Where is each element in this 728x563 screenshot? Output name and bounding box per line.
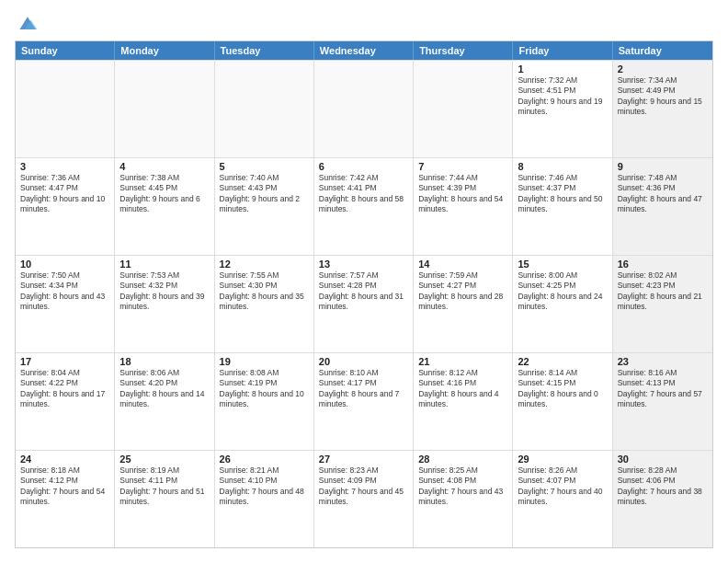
day-info: Sunrise: 7:50 AM Sunset: 4:34 PM Dayligh… — [20, 270, 109, 313]
day-cell-8: 8Sunrise: 7:46 AM Sunset: 4:37 PM Daylig… — [513, 158, 612, 255]
calendar-header: SundayMondayTuesdayWednesdayThursdayFrid… — [16, 41, 712, 60]
day-number: 3 — [20, 161, 109, 172]
header-sunday: Sunday — [16, 41, 115, 60]
logo-icon — [17, 15, 39, 33]
day-cell-23: 23Sunrise: 8:16 AM Sunset: 4:13 PM Dayli… — [613, 353, 712, 450]
day-cell-30: 30Sunrise: 8:28 AM Sunset: 4:06 PM Dayli… — [613, 451, 712, 547]
day-cell-20: 20Sunrise: 8:10 AM Sunset: 4:17 PM Dayli… — [314, 353, 414, 450]
day-cell-15: 15Sunrise: 8:00 AM Sunset: 4:25 PM Dayli… — [513, 256, 612, 352]
day-cell-1: 1Sunrise: 7:32 AM Sunset: 4:51 PM Daylig… — [513, 61, 612, 157]
day-number: 5 — [220, 161, 309, 172]
day-info: Sunrise: 7:40 AM Sunset: 4:43 PM Dayligh… — [220, 173, 309, 215]
header — [15, 15, 713, 33]
day-cell-5: 5Sunrise: 7:40 AM Sunset: 4:43 PM Daylig… — [215, 158, 314, 255]
day-number: 10 — [20, 259, 109, 270]
day-number: 12 — [220, 259, 309, 270]
day-info: Sunrise: 8:04 AM Sunset: 4:22 PM Dayligh… — [20, 368, 109, 410]
page: SundayMondayTuesdayWednesdayThursdayFrid… — [0, 0, 728, 563]
day-cell-13: 13Sunrise: 7:57 AM Sunset: 4:28 PM Dayli… — [314, 256, 414, 352]
day-number: 24 — [20, 454, 109, 465]
day-info: Sunrise: 7:53 AM Sunset: 4:32 PM Dayligh… — [119, 270, 209, 313]
day-number: 20 — [319, 356, 408, 367]
calendar: SundayMondayTuesdayWednesdayThursdayFrid… — [15, 40, 713, 548]
empty-cell — [115, 61, 214, 157]
day-number: 30 — [618, 454, 708, 465]
day-number: 15 — [518, 259, 607, 270]
day-info: Sunrise: 8:00 AM Sunset: 4:25 PM Dayligh… — [518, 270, 607, 313]
calendar-row-3: 17Sunrise: 8:04 AM Sunset: 4:22 PM Dayli… — [16, 352, 712, 450]
day-number: 17 — [20, 356, 109, 367]
day-cell-24: 24Sunrise: 8:18 AM Sunset: 4:12 PM Dayli… — [16, 451, 115, 547]
header-saturday: Saturday — [613, 41, 712, 60]
day-cell-14: 14Sunrise: 7:59 AM Sunset: 4:27 PM Dayli… — [414, 256, 513, 352]
day-number: 4 — [119, 161, 209, 172]
day-number: 16 — [618, 259, 708, 270]
day-cell-3: 3Sunrise: 7:36 AM Sunset: 4:47 PM Daylig… — [16, 158, 115, 255]
day-info: Sunrise: 8:08 AM Sunset: 4:19 PM Dayligh… — [220, 368, 309, 410]
calendar-row-4: 24Sunrise: 8:18 AM Sunset: 4:12 PM Dayli… — [16, 450, 712, 547]
day-info: Sunrise: 7:38 AM Sunset: 4:45 PM Dayligh… — [119, 173, 209, 215]
day-cell-4: 4Sunrise: 7:38 AM Sunset: 4:45 PM Daylig… — [115, 158, 214, 255]
day-cell-27: 27Sunrise: 8:23 AM Sunset: 4:09 PM Dayli… — [314, 451, 414, 547]
header-monday: Monday — [115, 41, 214, 60]
day-number: 18 — [119, 356, 209, 367]
day-cell-7: 7Sunrise: 7:44 AM Sunset: 4:39 PM Daylig… — [414, 158, 513, 255]
day-info: Sunrise: 8:25 AM Sunset: 4:08 PM Dayligh… — [418, 465, 507, 508]
day-number: 8 — [518, 161, 607, 172]
day-number: 11 — [119, 259, 209, 270]
day-info: Sunrise: 8:21 AM Sunset: 4:10 PM Dayligh… — [220, 465, 309, 508]
day-number: 13 — [319, 259, 408, 270]
day-cell-28: 28Sunrise: 8:25 AM Sunset: 4:08 PM Dayli… — [414, 451, 513, 547]
day-number: 7 — [418, 161, 507, 172]
day-info: Sunrise: 7:55 AM Sunset: 4:30 PM Dayligh… — [220, 270, 309, 313]
day-cell-16: 16Sunrise: 8:02 AM Sunset: 4:23 PM Dayli… — [613, 256, 712, 352]
day-info: Sunrise: 8:14 AM Sunset: 4:15 PM Dayligh… — [518, 368, 607, 410]
empty-cell — [215, 61, 314, 157]
header-wednesday: Wednesday — [314, 41, 414, 60]
day-info: Sunrise: 8:02 AM Sunset: 4:23 PM Dayligh… — [618, 270, 708, 313]
calendar-row-1: 3Sunrise: 7:36 AM Sunset: 4:47 PM Daylig… — [16, 157, 712, 255]
day-info: Sunrise: 7:48 AM Sunset: 4:36 PM Dayligh… — [618, 173, 708, 215]
day-cell-25: 25Sunrise: 8:19 AM Sunset: 4:11 PM Dayli… — [115, 451, 214, 547]
day-cell-2: 2Sunrise: 7:34 AM Sunset: 4:49 PM Daylig… — [613, 61, 712, 157]
day-number: 29 — [518, 454, 607, 465]
day-number: 9 — [618, 161, 708, 172]
day-number: 27 — [319, 454, 408, 465]
day-info: Sunrise: 7:59 AM Sunset: 4:27 PM Dayligh… — [418, 270, 507, 313]
day-number: 1 — [518, 63, 607, 75]
day-info: Sunrise: 8:10 AM Sunset: 4:17 PM Dayligh… — [319, 368, 408, 410]
day-number: 14 — [418, 259, 507, 270]
day-number: 22 — [518, 356, 607, 367]
day-number: 19 — [220, 356, 309, 367]
day-info: Sunrise: 7:44 AM Sunset: 4:39 PM Dayligh… — [418, 173, 507, 215]
day-number: 25 — [119, 454, 209, 465]
day-cell-9: 9Sunrise: 7:48 AM Sunset: 4:36 PM Daylig… — [613, 158, 712, 255]
calendar-body: 1Sunrise: 7:32 AM Sunset: 4:51 PM Daylig… — [16, 60, 712, 547]
day-cell-6: 6Sunrise: 7:42 AM Sunset: 4:41 PM Daylig… — [314, 158, 414, 255]
logo — [15, 15, 39, 33]
day-info: Sunrise: 8:18 AM Sunset: 4:12 PM Dayligh… — [20, 465, 109, 508]
day-cell-22: 22Sunrise: 8:14 AM Sunset: 4:15 PM Dayli… — [513, 353, 612, 450]
day-cell-26: 26Sunrise: 8:21 AM Sunset: 4:10 PM Dayli… — [215, 451, 314, 547]
header-friday: Friday — [513, 41, 612, 60]
header-tuesday: Tuesday — [215, 41, 314, 60]
day-info: Sunrise: 7:46 AM Sunset: 4:37 PM Dayligh… — [518, 173, 607, 215]
day-cell-18: 18Sunrise: 8:06 AM Sunset: 4:20 PM Dayli… — [115, 353, 214, 450]
day-cell-21: 21Sunrise: 8:12 AM Sunset: 4:16 PM Dayli… — [414, 353, 513, 450]
day-info: Sunrise: 7:32 AM Sunset: 4:51 PM Dayligh… — [518, 75, 607, 118]
empty-cell — [414, 61, 513, 157]
day-number: 6 — [319, 161, 408, 172]
day-number: 23 — [618, 356, 708, 367]
day-number: 26 — [220, 454, 309, 465]
day-cell-11: 11Sunrise: 7:53 AM Sunset: 4:32 PM Dayli… — [115, 256, 214, 352]
day-number: 2 — [618, 63, 708, 75]
empty-cell — [16, 61, 115, 157]
day-info: Sunrise: 7:34 AM Sunset: 4:49 PM Dayligh… — [618, 75, 708, 118]
day-info: Sunrise: 8:19 AM Sunset: 4:11 PM Dayligh… — [119, 465, 209, 508]
day-info: Sunrise: 8:26 AM Sunset: 4:07 PM Dayligh… — [518, 465, 607, 508]
day-info: Sunrise: 8:06 AM Sunset: 4:20 PM Dayligh… — [119, 368, 209, 410]
logo-text — [15, 15, 39, 33]
day-info: Sunrise: 8:28 AM Sunset: 4:06 PM Dayligh… — [618, 465, 708, 508]
day-cell-19: 19Sunrise: 8:08 AM Sunset: 4:19 PM Dayli… — [215, 353, 314, 450]
day-info: Sunrise: 7:57 AM Sunset: 4:28 PM Dayligh… — [319, 270, 408, 313]
